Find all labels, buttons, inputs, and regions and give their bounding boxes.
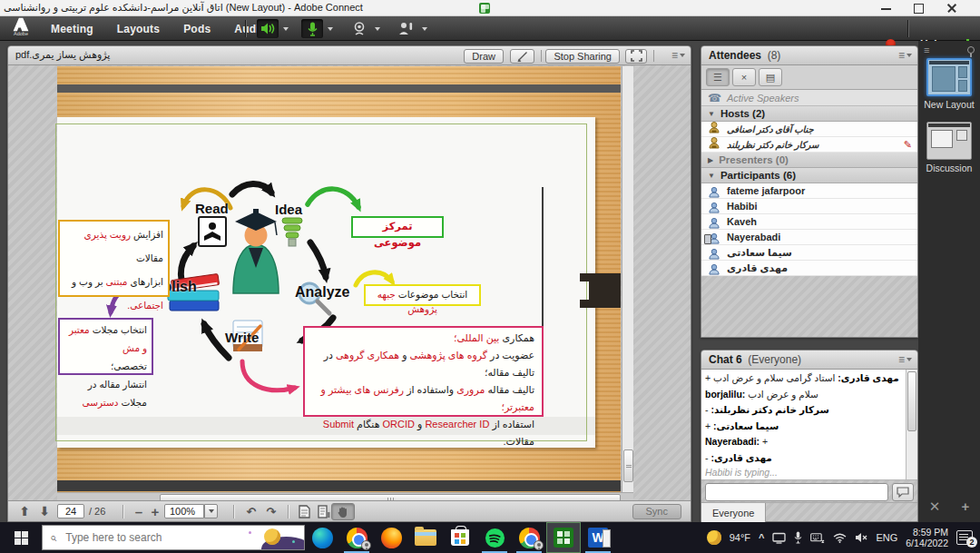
taskbar-adobe-connect-icon[interactable] bbox=[546, 522, 581, 553]
display-cast-icon[interactable] bbox=[772, 532, 786, 544]
zoom-dropdown[interactable] bbox=[204, 504, 218, 518]
participant-row[interactable]: Habibi bbox=[701, 199, 917, 214]
chat-pod-header[interactable]: Chat 6 (Everyone) ≡ bbox=[701, 351, 917, 370]
taskbar-spotify-icon[interactable] bbox=[477, 522, 512, 553]
speaker-button[interactable] bbox=[257, 19, 279, 38]
header-divider bbox=[653, 50, 654, 62]
next-page-button[interactable]: ⬇ bbox=[35, 503, 54, 519]
taskbar-firefox-icon[interactable] bbox=[374, 522, 408, 553]
microphone-tray-icon[interactable] bbox=[794, 531, 802, 544]
taskbar-edge-icon[interactable] bbox=[305, 522, 339, 553]
webcam-button[interactable] bbox=[348, 19, 370, 38]
taskbar-search[interactable]: ⌕ bbox=[42, 525, 305, 550]
chat-sender: سیما سعادتی: bbox=[713, 420, 779, 431]
menu-item[interactable]: Pods bbox=[183, 23, 211, 35]
volume-muted-icon[interactable] bbox=[855, 532, 867, 543]
zoom-level-value[interactable]: 100% bbox=[164, 504, 204, 518]
layout-thumbnail-discussion[interactable] bbox=[926, 122, 972, 160]
attendee-name: مهدی قادری bbox=[727, 262, 788, 274]
hosts-section-header[interactable]: ▼Hosts (2) bbox=[701, 106, 917, 122]
page-number-input[interactable] bbox=[57, 504, 84, 518]
collaboration-textbox: همکاری بین المللی؛ عضویت در گروه های پژو… bbox=[303, 326, 544, 417]
share-pod-header[interactable]: پژوهش یساز یمری.pdf Draw Stop Sharing ≡ bbox=[8, 46, 691, 65]
maximize-button[interactable] bbox=[906, 0, 933, 15]
host-row[interactable]: سرکار خانم دکتر نظربلند ✎ bbox=[701, 137, 917, 153]
attendee-status-view-button[interactable]: ▤ bbox=[759, 68, 782, 86]
menu-item[interactable]: Layouts bbox=[117, 23, 160, 35]
pod-options-menu[interactable]: ≡ bbox=[671, 49, 685, 62]
start-button[interactable] bbox=[0, 522, 42, 553]
pointer-pen-button[interactable] bbox=[510, 49, 534, 64]
sync-button[interactable]: Sync bbox=[632, 504, 681, 519]
previous-page-button[interactable]: ⬆ bbox=[15, 503, 34, 519]
horizontal-scrollbar[interactable] bbox=[57, 492, 633, 500]
adobe-logo-label: Adobe bbox=[5, 31, 36, 36]
hidden-icons-chevron[interactable]: ^ bbox=[759, 532, 764, 543]
drawing-pen-icon: ✎ bbox=[904, 139, 912, 151]
weather-moon-icon[interactable] bbox=[707, 530, 721, 545]
taskbar-clock[interactable]: 8:59 PM 6/14/2022 bbox=[906, 527, 948, 548]
minimize-button[interactable] bbox=[873, 0, 900, 15]
taskbar-chrome-profile-icon[interactable] bbox=[512, 522, 546, 553]
pin-icon[interactable] bbox=[967, 46, 975, 54]
active-speakers-row[interactable]: ☎ Active Speakers bbox=[701, 90, 917, 106]
zoom-in-button[interactable]: + bbox=[146, 503, 164, 519]
taskbar-microsoft-store-icon[interactable] bbox=[443, 522, 477, 553]
add-layout-button[interactable]: + bbox=[962, 499, 970, 515]
taskbar-file-explorer-icon[interactable] bbox=[408, 522, 443, 553]
attendee-list-view-button[interactable]: ☰ bbox=[706, 68, 730, 86]
page-view-button[interactable] bbox=[295, 503, 313, 519]
stop-sharing-button[interactable]: Stop Sharing bbox=[545, 49, 620, 64]
webcam-dropdown[interactable] bbox=[371, 19, 384, 38]
chat-options-menu[interactable]: ≡ bbox=[898, 353, 912, 366]
redo-button[interactable]: ↷ bbox=[262, 503, 280, 519]
close-button[interactable] bbox=[938, 0, 965, 15]
notification-center-icon[interactable]: 2 bbox=[956, 530, 973, 545]
taskbar-chrome-icon[interactable] bbox=[339, 522, 374, 553]
search-input[interactable] bbox=[64, 530, 200, 545]
vertical-scrollbar-thumb[interactable] bbox=[623, 449, 633, 482]
pen-icon bbox=[517, 51, 528, 62]
participants-section-header[interactable]: ▼Participants (6) bbox=[701, 168, 917, 183]
send-message-button[interactable] bbox=[892, 483, 914, 501]
attendees-pod-header[interactable]: Attendees (8) ≡ bbox=[701, 46, 917, 65]
raise-hand-dropdown[interactable] bbox=[418, 19, 431, 38]
zoom-out-button[interactable]: – bbox=[130, 503, 148, 519]
speaker-dropdown[interactable] bbox=[279, 19, 292, 38]
delete-layout-button[interactable]: ✕ bbox=[929, 499, 941, 515]
menu-item[interactable]: Meeting bbox=[51, 23, 93, 35]
breakout-view-button[interactable]: × bbox=[732, 68, 756, 86]
chat-input[interactable] bbox=[705, 483, 888, 501]
participant-row[interactable]: سیما سعادتی bbox=[701, 245, 917, 261]
microphone-button[interactable] bbox=[301, 19, 323, 38]
wifi-icon[interactable] bbox=[833, 533, 847, 543]
undo-button[interactable]: ↶ bbox=[242, 503, 260, 519]
chat-scrollbar[interactable] bbox=[906, 370, 917, 479]
vertical-scrollbar[interactable] bbox=[622, 66, 633, 492]
adobe-logo-icon[interactable]: Adobe bbox=[5, 17, 36, 40]
hand-tool-button[interactable] bbox=[331, 503, 355, 520]
chat-scrollbar-thumb[interactable] bbox=[907, 371, 916, 431]
weather-temperature[interactable]: 94°F bbox=[730, 532, 750, 543]
keyboard-language-icon[interactable] bbox=[810, 533, 825, 543]
fullscreen-button[interactable] bbox=[625, 49, 647, 64]
analyze-label: Analyze bbox=[295, 284, 349, 301]
tab-everyone[interactable]: Everyone bbox=[701, 503, 766, 522]
raise-hand-button[interactable] bbox=[394, 19, 417, 38]
participant-row[interactable]: Kaveh bbox=[701, 214, 917, 230]
layout-panel-menu[interactable]: ≡ bbox=[924, 44, 929, 55]
participant-row[interactable]: Nayerabadi bbox=[701, 230, 917, 245]
horizontal-scrollbar-thumb[interactable] bbox=[160, 494, 621, 500]
host-row[interactable]: جناب آقای دکتر اصنافی ✎ bbox=[701, 122, 917, 137]
participant-row[interactable]: fateme jafarpoor bbox=[701, 183, 917, 199]
language-indicator[interactable]: ENG bbox=[876, 532, 897, 543]
page-layout-button[interactable] bbox=[315, 503, 333, 519]
participant-row[interactable]: مهدی قادری bbox=[701, 261, 917, 276]
attendees-options-menu[interactable]: ≡ bbox=[898, 49, 912, 62]
taskbar-word-icon[interactable]: W bbox=[581, 522, 615, 553]
microphone-dropdown[interactable] bbox=[324, 19, 337, 38]
draw-button[interactable]: Draw bbox=[464, 49, 504, 64]
presenters-section-header[interactable]: ▶Presenters (0) bbox=[701, 153, 917, 168]
layout-thumbnail-new-layout[interactable] bbox=[926, 58, 972, 96]
attendees-list: ▼Hosts (2) جناب آقای دکتر اصنافی ✎ سرکار… bbox=[701, 106, 917, 276]
